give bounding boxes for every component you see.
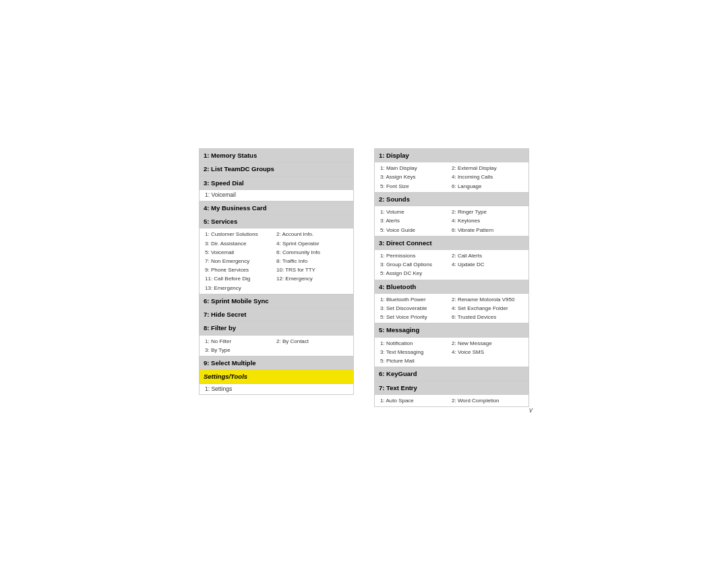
row-text-entry-items: 1: Auto Space 2: Word Completion [375,395,528,406]
row-keyguard-header: 6: KeyGuard [375,367,528,381]
row-filter-by: 8: Filter by [200,321,353,335]
row-bluetooth-items: 1: Bluetooth Power 2: Rename Motorola V9… [375,294,528,324]
page-container: 1: Memory Status 2: List TeamDC Groups 3… [0,0,728,407]
row-settings-tools: Settings/Tools [200,370,353,383]
row-settings-sub: 1: Settings [200,384,353,395]
row-messaging-items: 1: Notification 2: New Message 3: Text M… [375,338,528,368]
row-select-multiple: 9: Select Multiple [200,356,353,370]
row-my-business-card: 4: My Business Card [200,201,353,215]
row-services: 5: Services [200,215,353,228]
row-sprint-mobile-sync: 6: Sprint Mobile Sync [200,294,353,308]
row-services-sub: 1: Customer Solutions 2: Account Info. 3… [200,228,353,294]
row-direct-connect-items: 1: Permissions 2: Call Alerts 3: Group C… [375,250,528,280]
row-bluetooth-header: 4: Bluetooth [375,280,528,294]
row-list-teamdc: 2: List TeamDC Groups [200,162,353,176]
row-speed-dial: 3: Speed Dial [200,177,353,190]
row-sounds-header: 2: Sounds [375,193,528,206]
row-messaging-header: 5: Messaging [375,323,528,337]
row-direct-connect-header: 3: Direct Connect [375,237,528,250]
row-display-items: 1: Main Display 2: External Display 3: A… [375,162,528,193]
row-voicemail: 1: Voicemail [200,190,353,201]
row-hide-secret: 7: Hide Secret [200,308,353,321]
row-filter-sub: 1: No Filter 2: By Contact 3: By Type [200,336,353,356]
row-text-entry-header: 7: Text Entry [375,381,528,395]
row-sounds-items: 1: Volume 2: Ringer Type 3: Alerts 4: Ke… [375,206,528,237]
row-display-header: 1: Display [375,149,528,162]
right-column: 1: Display 1: Main Display 2: External D… [374,148,529,407]
left-column: 1: Memory Status 2: List TeamDC Groups 3… [199,148,354,395]
row-memory-status: 1: Memory Status [200,149,353,162]
version-mark: v [529,406,533,414]
